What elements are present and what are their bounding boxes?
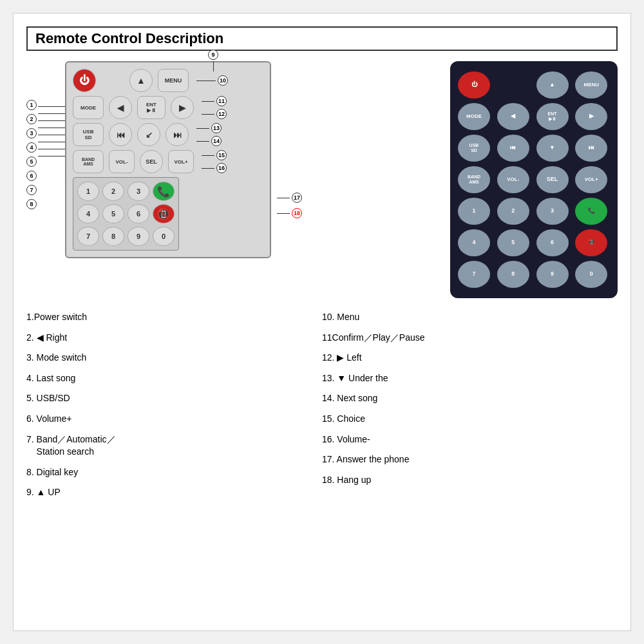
right-button[interactable]: ▶ (575, 103, 607, 130)
desc-item-17: 17. Answer the phone (322, 453, 618, 466)
desc-item-6: 6. Volume+ (26, 413, 322, 426)
down-button[interactable]: ▼ (536, 135, 569, 162)
desc-item-12: 12. ▶ Left (322, 352, 618, 365)
up-button[interactable]: ▲ (536, 71, 569, 99)
desc-item-13: 13. ▼ Under the (322, 372, 618, 385)
prev-button[interactable]: ⏮ (497, 135, 529, 162)
power-button[interactable]: ⏻ (458, 71, 490, 99)
desc-col-left: 1.Power switch 2. ◀ Right 3. Mode switch… (26, 311, 322, 507)
mode-button[interactable]: MODE (458, 103, 490, 130)
desc-item-8: 8. Digital key (26, 466, 322, 479)
usb-sd-button[interactable]: USBSD (458, 135, 490, 162)
desc-item-7: 7. Band／Automatic／ Station search (26, 433, 322, 459)
key-5[interactable]: 5 (497, 229, 529, 256)
answer-button[interactable]: 📞 (575, 198, 607, 225)
key-1[interactable]: 1 (458, 198, 490, 225)
desc-item-4: 4. Last song (26, 372, 322, 385)
desc-item-10: 10. Menu (322, 311, 618, 324)
key-3[interactable]: 3 (536, 198, 569, 225)
sel-button[interactable]: SEL (536, 166, 569, 193)
desc-col-right: 10. Menu 11Confirm／Play／Pause 12. ▶ Left… (322, 311, 618, 507)
desc-item-14: 14. Next song (322, 392, 618, 405)
key-8[interactable]: 8 (497, 261, 529, 288)
key-9[interactable]: 9 (536, 261, 569, 288)
key-4[interactable]: 4 (458, 229, 490, 256)
vol-minus-button[interactable]: VOL- (497, 166, 529, 193)
key-2[interactable]: 2 (497, 198, 529, 225)
description-section: 1.Power switch 2. ◀ Right 3. Mode switch… (26, 311, 618, 507)
desc-item-18: 18. Hang up (322, 474, 618, 487)
real-remote: ⏻ ▲ MENU MODE ◀ ENT▶⏸ ▶ USBSD ⏮ ▼ ⏭ BAND… (450, 61, 618, 298)
page-title: Remote Control Description (26, 26, 618, 51)
left-button[interactable]: ◀ (497, 103, 529, 130)
desc-item-11: 11Confirm／Play／Pause (322, 332, 618, 345)
desc-item-16: 16. Volume- (322, 433, 618, 446)
desc-item-3: 3. Mode switch (26, 352, 322, 365)
key-7[interactable]: 7 (458, 261, 490, 288)
band-button[interactable]: BANDAMS (458, 166, 490, 193)
main-container: Remote Control Description 1 2 3 4 5 6 7… (13, 13, 631, 631)
desc-item-2: 2. ◀ Right (26, 332, 322, 345)
desc-item-9: 9. ▲ UP (26, 486, 322, 499)
hangup-button[interactable]: 📵 (575, 229, 607, 256)
menu-button[interactable]: MENU (575, 71, 607, 99)
key-6[interactable]: 6 (536, 229, 569, 256)
desc-item-15: 15. Choice (322, 413, 618, 426)
desc-item-1: 1.Power switch (26, 311, 322, 324)
diagram-area: 1 2 3 4 5 6 7 8 9 (26, 61, 336, 298)
next-button[interactable]: ⏭ (575, 135, 607, 162)
vol-plus-button[interactable]: VOL+ (575, 166, 607, 193)
ent-button[interactable]: ENT▶⏸ (536, 103, 569, 130)
top-section: 1 2 3 4 5 6 7 8 9 (26, 61, 618, 298)
desc-item-5: 5. USB/SD (26, 392, 322, 405)
key-0[interactable]: 0 (575, 261, 607, 288)
